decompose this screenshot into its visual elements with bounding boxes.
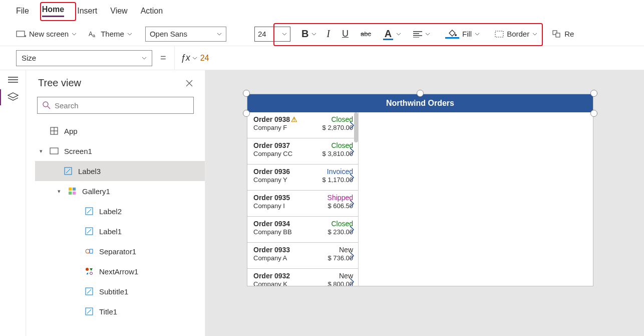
svg-point-9 <box>455 34 457 36</box>
gallery-icon <box>67 187 77 195</box>
layers-icon[interactable] <box>8 92 19 101</box>
gallery-item[interactable]: Order 0934ClosedCompany BB$ 230.00 <box>247 217 358 243</box>
formula-value[interactable]: 24 <box>197 54 209 63</box>
app-icon <box>49 127 59 135</box>
tree-node-subtitle1[interactable]: Subtitle1 <box>35 281 205 301</box>
menu-insert[interactable]: Insert <box>77 7 97 16</box>
font-size-select[interactable]: 24 <box>254 27 290 42</box>
bold-icon: B <box>301 28 308 40</box>
menu-view[interactable]: View <box>110 7 127 16</box>
gallery-item[interactable]: Order 0932NewCompany K$ 800.00 <box>247 269 358 286</box>
search-field[interactable] <box>55 101 188 110</box>
gallery-item[interactable]: Order 0938⚠ClosedCompany F$ 2,870.00 <box>247 112 358 138</box>
gallery-item[interactable]: Order 0937ClosedCompany CC$ 3,810.00 <box>247 138 358 164</box>
order-id: Order 0932 <box>253 272 290 280</box>
property-name: Size <box>22 54 36 62</box>
reorder-label: Re <box>564 30 574 38</box>
chevron-right-icon[interactable] <box>349 225 355 234</box>
order-company: Company Y <box>253 176 287 184</box>
border-button[interactable]: Border <box>495 30 537 38</box>
svg-rect-12 <box>556 33 560 37</box>
gallery-item[interactable]: Order 0935ShippedCompany I$ 606.50 <box>247 191 358 217</box>
svg-point-31 <box>86 249 90 253</box>
order-company: Company A <box>253 254 287 262</box>
svg-text:a: a <box>93 33 95 38</box>
tree-node-screen1[interactable]: ▾ Screen1 <box>35 141 205 161</box>
order-id: Order 0937 <box>253 141 290 149</box>
chevron-right-icon[interactable] <box>349 199 355 208</box>
chevron-down-icon <box>396 33 401 36</box>
chevron-down-icon <box>311 33 316 36</box>
underline-button[interactable]: U <box>342 29 349 39</box>
hamburger-icon[interactable] <box>8 76 18 83</box>
svg-rect-28 <box>73 192 76 195</box>
gallery-item[interactable]: Order 0933NewCompany A$ 736.00 <box>247 243 358 269</box>
menu-home[interactable]: Home <box>42 5 64 17</box>
chevron-down-icon <box>425 33 430 36</box>
chevron-right-icon[interactable] <box>349 147 355 156</box>
order-id: Order 0933 <box>253 246 290 254</box>
formula-cell[interactable]: ƒx 24 <box>174 46 215 70</box>
app-surface[interactable]: Northwind Orders Order 0938⚠ClosedCompan… <box>247 94 593 286</box>
chevron-down-icon <box>72 33 77 36</box>
order-company: Company CC <box>253 150 292 157</box>
chevron-down-icon <box>217 33 222 36</box>
separator-icon <box>84 247 94 255</box>
tree-node-label3[interactable]: Label3 <box>35 161 205 181</box>
tree-title: Tree view <box>38 77 81 89</box>
caret-down-icon[interactable]: ▾ <box>56 188 62 195</box>
reorder-button[interactable]: Re <box>552 30 574 38</box>
order-company: Company BB <box>253 228 292 236</box>
chevron-right-icon[interactable] <box>349 277 355 286</box>
chevron-down-icon <box>282 33 287 36</box>
menu-action[interactable]: Action <box>141 7 163 16</box>
gallery[interactable]: Order 0938⚠ClosedCompany F$ 2,870.00Orde… <box>247 112 359 286</box>
tree-node-title1[interactable]: Title1 <box>35 301 205 321</box>
chevron-right-icon[interactable] <box>349 173 355 182</box>
svg-rect-32 <box>90 249 93 253</box>
menu-file[interactable]: File <box>16 7 29 16</box>
tree-node-label1[interactable]: Label1 <box>35 221 205 241</box>
app-header-label[interactable]: Northwind Orders <box>247 94 593 112</box>
label-icon <box>84 307 94 315</box>
selection-handle[interactable] <box>590 110 597 117</box>
font-value: Open Sans <box>150 30 187 38</box>
gallery-item[interactable]: Order 0936InvoicedCompany Y$ 1,170.00 <box>247 164 358 191</box>
tree-node-nextarrow1[interactable]: NextArrow1 <box>35 261 205 281</box>
svg-point-34 <box>90 272 93 275</box>
theme-button[interactable]: Aa Theme <box>89 30 132 38</box>
tree-node-gallery1[interactable]: ▾ Gallery1 <box>35 181 205 201</box>
selection-handle[interactable] <box>243 90 250 97</box>
strikethrough-button[interactable]: abc <box>361 30 371 38</box>
tree-node-app[interactable]: App <box>35 121 205 141</box>
close-icon[interactable] <box>186 80 193 87</box>
tree-node-separator1[interactable]: Separator1 <box>35 241 205 261</box>
canvas[interactable]: Northwind Orders Order 0938⚠ClosedCompan… <box>205 70 644 336</box>
tree-label: Label3 <box>78 167 101 176</box>
tree-label: NextArrow1 <box>99 267 138 276</box>
selection-handle[interactable] <box>417 90 424 97</box>
tree-label: Subtitle1 <box>99 287 128 296</box>
chevron-down-icon <box>127 33 132 36</box>
caret-down-icon[interactable]: ▾ <box>38 148 44 154</box>
font-size-value: 24 <box>258 30 266 38</box>
active-indicator <box>0 89 1 105</box>
formula-bar: Size = ƒx 24 <box>0 46 644 70</box>
selection-handle[interactable] <box>590 90 597 97</box>
new-screen-button[interactable]: New screen <box>16 30 77 38</box>
align-button[interactable] <box>413 31 430 38</box>
font-color-button[interactable]: A <box>383 28 401 40</box>
font-select[interactable]: Open Sans <box>145 27 226 42</box>
order-id: Order 0938⚠ <box>253 115 297 123</box>
property-select[interactable]: Size <box>16 50 152 66</box>
tree-node-label2[interactable]: Label2 <box>35 201 205 221</box>
fill-button[interactable]: Fill <box>445 29 480 39</box>
label-icon <box>63 167 73 175</box>
order-amount: $ 3,810.00 <box>323 150 353 157</box>
chevron-right-icon[interactable] <box>349 121 355 130</box>
bold-button[interactable]: B <box>301 28 316 40</box>
chevron-right-icon[interactable] <box>349 251 355 260</box>
left-rail <box>0 70 26 336</box>
italic-button[interactable]: I <box>327 28 330 40</box>
search-input[interactable] <box>37 97 194 114</box>
